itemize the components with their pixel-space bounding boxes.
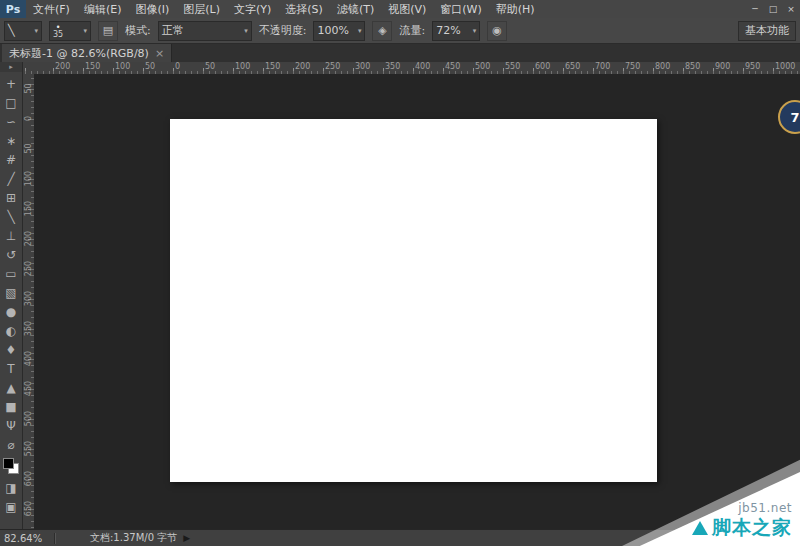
document-tab[interactable]: 未标题-1 @ 82.6%(RGB/8) × — [2, 44, 172, 62]
gradient-tool-icon[interactable]: ▧ — [1, 283, 21, 302]
ruler-tick-label: 700 — [595, 62, 610, 71]
ruler-tick-label: 100 — [235, 62, 250, 71]
screen-mode-button[interactable]: ▣ — [1, 497, 21, 516]
ruler-tick-label: 100 — [115, 62, 130, 71]
menu-view[interactable]: 视图(V) — [381, 0, 433, 18]
ruler-tick-label: 150 — [85, 62, 100, 71]
menu-file[interactable]: 文件(F) — [26, 0, 77, 18]
menu-type[interactable]: 文字(Y) — [227, 0, 278, 18]
badge-number: 7 — [790, 110, 799, 125]
path-selection-tool-icon[interactable]: ▲ — [1, 378, 21, 397]
menu-window[interactable]: 窗口(W) — [433, 0, 488, 18]
flow-field[interactable]: 72% ▾ — [432, 21, 480, 41]
ruler-tick-label: 1000 — [775, 62, 795, 71]
watermark-site-name: 脚本之家 — [712, 515, 792, 541]
ruler-tick-label: 200 — [23, 229, 34, 249]
ruler-tick-label: 650 — [565, 62, 580, 71]
ruler-tick-label: 250 — [23, 259, 34, 279]
eraser-tool-icon[interactable]: ▭ — [1, 264, 21, 283]
photoshop-window: Ps 文件(F)编辑(E)图像(I)图层(L)文字(Y)选择(S)滤镜(T)视图… — [0, 0, 800, 546]
move-tool-icon[interactable]: + — [1, 74, 21, 93]
window-controls: ─ □ × — [746, 0, 800, 18]
magic-wand-tool-icon[interactable]: ∗ — [1, 131, 21, 150]
watermark-site-url: jb51.net — [692, 501, 792, 515]
close-button[interactable]: × — [782, 0, 800, 18]
jb51-logo-icon — [692, 521, 708, 535]
chevron-down-icon: ▾ — [83, 27, 87, 35]
lasso-tool-icon[interactable]: ∽ — [1, 112, 21, 131]
tab-close-icon[interactable]: × — [155, 47, 164, 60]
chevron-down-icon: ▾ — [244, 27, 248, 35]
menu-layer[interactable]: 图层(L) — [176, 0, 227, 18]
photoshop-logo-icon: Ps — [0, 0, 26, 18]
color-swatches[interactable] — [3, 458, 19, 474]
menu-filter[interactable]: 滤镜(T) — [330, 0, 381, 18]
crop-tool-icon[interactable]: # — [1, 150, 21, 169]
flow-label: 流量: — [399, 23, 425, 38]
airbrush-button[interactable]: ◉ — [487, 21, 507, 41]
status-options-arrow-icon[interactable]: ▶ — [183, 533, 190, 543]
menu-image[interactable]: 图像(I) — [128, 0, 176, 18]
ruler-tick-label: 500 — [475, 62, 490, 71]
type-tool-icon[interactable]: T — [1, 359, 21, 378]
ruler-tick-label: 400 — [415, 62, 430, 71]
ruler-tick-label: 250 — [325, 62, 340, 71]
menu-help[interactable]: 帮助(H) — [489, 0, 542, 18]
ruler-tick-label: 600 — [23, 469, 34, 489]
chevron-down-icon: ▾ — [34, 27, 38, 35]
ruler-tick-label: 100 — [23, 169, 34, 189]
ruler-tick-label: 450 — [23, 379, 34, 399]
ruler-tick-label: 400 — [23, 349, 34, 369]
brush-size-value: 35 — [53, 31, 63, 38]
document-canvas[interactable] — [170, 119, 657, 482]
dodge-tool-icon[interactable]: ◐ — [1, 321, 21, 340]
ruler-tick-label: 850 — [685, 62, 700, 71]
toggle-brush-panel-button[interactable]: ▤ — [98, 21, 118, 41]
foreground-color-swatch[interactable] — [3, 458, 14, 469]
toolbar-collapse-button[interactable]: ▸ — [0, 62, 22, 72]
flow-value: 72% — [436, 24, 460, 37]
ruler-tick-label: 900 — [715, 62, 730, 71]
shape-tool-icon[interactable]: ■ — [1, 397, 21, 416]
options-bar: ╲ ▾ • 35 ▾ ▤ 模式: 正常 ▾ 不透明度: 100% ▾ ◈ 流量:… — [0, 18, 800, 44]
document-tab-bar: 未标题-1 @ 82.6%(RGB/8) × — [0, 44, 800, 63]
ruler-tick-label: 200 — [295, 62, 310, 71]
brush-size-picker[interactable]: • 35 ▾ — [49, 21, 91, 41]
minimize-button[interactable]: ─ — [746, 0, 764, 18]
menu-bar: Ps 文件(F)编辑(E)图像(I)图层(L)文字(Y)选择(S)滤镜(T)视图… — [0, 0, 800, 19]
ruler-tick-label: 550 — [23, 439, 34, 459]
maximize-button[interactable]: □ — [764, 0, 782, 18]
zoom-level-field[interactable]: 82.64% — [4, 533, 48, 544]
healing-brush-tool-icon[interactable]: ⊞ — [1, 188, 21, 207]
ruler-tick-label: 450 — [445, 62, 460, 71]
tool-preset-picker[interactable]: ╲ ▾ — [4, 21, 42, 41]
brush-tool-icon[interactable]: ╲ — [1, 207, 21, 226]
blend-mode-select[interactable]: 正常 ▾ — [158, 21, 252, 41]
workspace-switcher-button[interactable]: 基本功能 — [738, 21, 796, 41]
watermark-content: jb51.net 脚本之家 — [692, 501, 792, 541]
ruler-tick-label: 750 — [625, 62, 640, 71]
zoom-tool-icon[interactable]: ⌀ — [1, 435, 21, 454]
ruler-tick-label: 300 — [355, 62, 370, 71]
opacity-field[interactable]: 100% ▾ — [313, 21, 365, 41]
status-divider — [54, 533, 56, 544]
blend-mode-value: 正常 — [162, 23, 184, 38]
pressure-opacity-button[interactable]: ◈ — [372, 21, 392, 41]
blur-tool-icon[interactable]: ● — [1, 302, 21, 321]
brush-tip-preview: • 35 — [53, 24, 63, 38]
eyedropper-tool-icon[interactable]: ╱ — [1, 169, 21, 188]
ruler-tick-label: 200 — [55, 62, 70, 71]
ruler-tick-label: 50 — [23, 79, 34, 99]
clone-stamp-tool-icon[interactable]: ⊥ — [1, 226, 21, 245]
menu-select[interactable]: 选择(S) — [278, 0, 330, 18]
document-info: 文档:1.37M/0 字节 — [90, 531, 177, 545]
ruler-tick-label: 150 — [23, 199, 34, 219]
quick-mask-button[interactable]: ◨ — [1, 478, 21, 497]
marquee-tool-icon[interactable]: □ — [1, 93, 21, 112]
pen-tool-icon[interactable]: ♦ — [1, 340, 21, 359]
hand-tool-icon[interactable]: Ψ — [1, 416, 21, 435]
opacity-label: 不透明度: — [259, 23, 307, 38]
brush-preset-icon: ╲ — [8, 24, 15, 37]
menu-edit[interactable]: 编辑(E) — [77, 0, 129, 18]
history-brush-tool-icon[interactable]: ↺ — [1, 245, 21, 264]
